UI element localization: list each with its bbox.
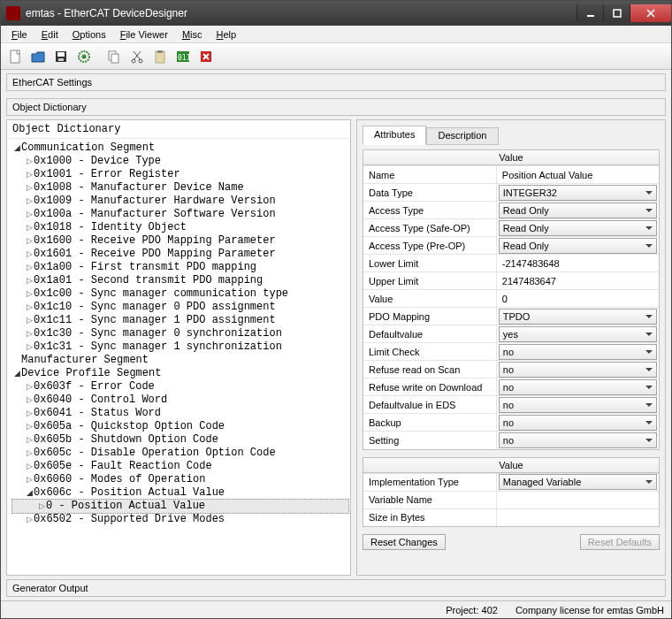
arrow-right-icon[interactable]: ▷	[25, 248, 34, 261]
prop-combo[interactable]: Read Only	[499, 203, 657, 218]
arrow-right-icon[interactable]: ▷	[25, 394, 34, 407]
menu-misc[interactable]: Misc	[175, 27, 210, 42]
arrow-right-icon[interactable]: ▷	[25, 221, 34, 234]
prop-combo[interactable]: Read Only	[499, 220, 657, 236]
arrow-right-icon[interactable]: ▷	[25, 314, 34, 327]
tree-label[interactable]: 0x1001 - Error Register	[34, 168, 180, 181]
arrow-right-icon[interactable]: ▷	[25, 340, 34, 354]
object-tree[interactable]: ◢ Communication Segment▷ 0x1000 - Device…	[7, 139, 350, 575]
tree-label[interactable]: 0x1c10 - Sync manager 0 PDO assignment	[34, 301, 276, 314]
arrow-right-icon[interactable]: ▷	[25, 195, 34, 208]
delete-icon[interactable]	[195, 46, 217, 67]
paste-icon[interactable]	[149, 46, 171, 67]
prop-combo[interactable]: Read Only	[499, 238, 657, 254]
tree-label[interactable]: 0x605e - Fault Reaction Code	[34, 460, 212, 473]
tree-label[interactable]: 0x1600 - Receive PDO Mapping Parameter	[34, 234, 276, 248]
tree-label[interactable]: 0x6040 - Control Word	[34, 394, 167, 407]
object-dictionary-panel[interactable]: Object Dictionary	[6, 98, 666, 116]
prop-combo[interactable]: no	[499, 397, 657, 413]
minimize-button[interactable]	[577, 4, 603, 22]
prop-combo[interactable]: INTEGER32	[499, 185, 657, 201]
tree-label[interactable]: 0x1008 - Manufacturer Device Name	[34, 181, 244, 195]
arrow-right-icon[interactable]: ▷	[25, 433, 34, 447]
tree-label[interactable]: 0x1a01 - Second transmit PDO mapping	[34, 274, 263, 287]
tree-node[interactable]: ▷ 0x1c30 - Sync manager 0 synchronizatio…	[12, 327, 348, 340]
prop-field[interactable]	[499, 492, 657, 508]
menu-edit[interactable]: Edit	[34, 27, 65, 42]
prop-field[interactable]	[499, 273, 657, 289]
tree-label[interactable]: 0x605b - Shutdown Option Code	[34, 433, 218, 447]
prop-combo[interactable]: no	[499, 344, 657, 360]
arrow-right-icon[interactable]: ▷	[25, 261, 34, 274]
tree-node[interactable]: ▷ 0x605c - Disable Operation Option Code	[12, 447, 348, 460]
generate-icon[interactable]	[73, 46, 95, 67]
arrow-down-icon[interactable]: ◢	[25, 486, 34, 500]
ethercat-settings-panel[interactable]: EtherCAT Settings	[6, 73, 666, 91]
tree-label[interactable]: 0x100a - Manufacturer Software Version	[34, 208, 276, 221]
tree-node[interactable]: ▷ 0x603f - Error Code	[12, 380, 348, 394]
prop-field[interactable]	[499, 256, 657, 271]
tree-node[interactable]: ▷ 0x6060 - Modes of Operation	[12, 473, 348, 486]
tree-node[interactable]: ▷ 0x1c11 - Sync manager 1 PDO assignment	[12, 314, 348, 327]
tree-label[interactable]: Device Profile Segment	[21, 367, 161, 380]
arrow-right-icon[interactable]: ▷	[25, 407, 34, 420]
menu-help[interactable]: Help	[210, 27, 244, 42]
arrow-right-icon[interactable]: ▷	[25, 301, 34, 314]
binary-icon[interactable]: 011	[172, 46, 194, 67]
prop-combo[interactable]: no	[499, 415, 657, 431]
prop-field[interactable]	[499, 167, 657, 183]
tree-label[interactable]: 0 - Position Actual Value	[46, 500, 205, 513]
arrow-down-icon[interactable]: ◢	[12, 141, 21, 155]
prop-field[interactable]	[499, 509, 657, 525]
prop-combo[interactable]: TPDO	[499, 309, 657, 325]
generator-output-panel[interactable]: Generator Output	[6, 579, 666, 597]
tree-node[interactable]: ▷ 0x1600 - Receive PDO Mapping Parameter	[12, 234, 348, 248]
tree-node[interactable]: ▷ 0x1008 - Manufacturer Device Name	[12, 181, 348, 195]
maximize-button[interactable]	[603, 4, 630, 22]
tree-label[interactable]: 0x606c - Position Actual Value	[34, 486, 225, 500]
arrow-right-icon[interactable]: ▷	[25, 513, 34, 526]
new-file-icon[interactable]	[4, 46, 26, 67]
menu-options[interactable]: Options	[65, 27, 113, 42]
arrow-right-icon[interactable]: ▷	[37, 500, 46, 513]
tree-label[interactable]: 0x1c30 - Sync manager 0 synchronization	[34, 327, 282, 340]
arrow-right-icon[interactable]: ▷	[25, 274, 34, 287]
tree-label[interactable]: 0x1018 - Identity Object	[34, 221, 187, 234]
tree-label[interactable]: 0x1c31 - Sync manager 1 synchronization	[34, 340, 282, 354]
tree-label[interactable]: 0x1a00 - First transmit PDO mapping	[34, 261, 256, 274]
reset-changes-button[interactable]: Reset Changes	[363, 534, 446, 550]
arrow-right-icon[interactable]: ▷	[25, 181, 34, 195]
save-icon[interactable]	[50, 46, 72, 67]
arrow-right-icon[interactable]: ▷	[25, 208, 34, 221]
tree-label[interactable]: 0x6502 - Supported Drive Modes	[34, 513, 225, 526]
arrow-right-icon[interactable]: ▷	[25, 234, 34, 248]
tree-node[interactable]: ▷ 0x1009 - Manufacturer Hardware Version	[12, 195, 348, 208]
open-file-icon[interactable]	[27, 46, 49, 67]
close-button[interactable]	[630, 4, 671, 22]
tab-attributes[interactable]: Attributes	[363, 126, 426, 145]
tree-node[interactable]: ◢ 0x606c - Position Actual Value	[12, 486, 348, 500]
tree-label[interactable]: 0x1c00 - Sync manager communication type	[34, 287, 288, 301]
copy-icon[interactable]	[103, 46, 125, 67]
tree-node[interactable]: ▷ 0x1001 - Error Register	[12, 168, 348, 181]
tree-node[interactable]: ▷ 0x1a00 - First transmit PDO mapping	[12, 261, 348, 274]
prop-combo[interactable]: Managed Variable	[499, 474, 657, 490]
menu-file[interactable]: File	[4, 27, 34, 42]
prop-combo[interactable]: no	[499, 432, 657, 448]
tree-node[interactable]: ▷ 0x1c00 - Sync manager communication ty…	[12, 287, 348, 301]
tree-label[interactable]: 0x605c - Disable Operation Option Code	[34, 447, 276, 460]
tree-label[interactable]: 0x6060 - Modes of Operation	[34, 473, 205, 486]
tree-label[interactable]: 0x1c11 - Sync manager 1 PDO assignment	[34, 314, 276, 327]
prop-combo[interactable]: yes	[499, 326, 657, 342]
arrow-right-icon[interactable]: ▷	[25, 380, 34, 394]
menu-file-viewer[interactable]: File Viewer	[113, 27, 175, 42]
tree-node[interactable]: ▷ 0 - Position Actual Value	[11, 499, 349, 514]
prop-combo[interactable]: no	[499, 362, 657, 378]
tree-node[interactable]: Manufacturer Segment	[12, 354, 348, 367]
tab-description[interactable]: Description	[426, 127, 498, 145]
tree-label[interactable]: 0x1601 - Receive PDO Mapping Parameter	[34, 248, 276, 261]
arrow-right-icon[interactable]: ▷	[25, 447, 34, 460]
tree-node[interactable]: ▷ 0x605e - Fault Reaction Code	[12, 460, 348, 473]
arrow-right-icon[interactable]: ▷	[25, 460, 34, 473]
arrow-right-icon[interactable]: ▷	[25, 420, 34, 433]
